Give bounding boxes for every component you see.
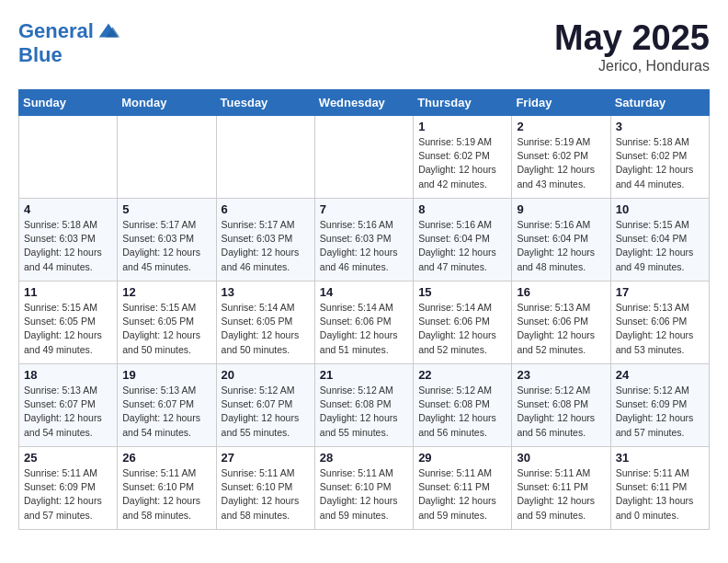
calendar-cell: 24Sunrise: 5:12 AM Sunset: 6:09 PM Dayli… (610, 364, 709, 447)
weekday-header-friday: Friday (512, 90, 610, 116)
day-info: Sunrise: 5:19 AM Sunset: 6:02 PM Dayligh… (418, 135, 506, 191)
calendar-cell: 18Sunrise: 5:13 AM Sunset: 6:07 PM Dayli… (19, 364, 118, 447)
day-number: 28 (320, 451, 408, 465)
day-number: 10 (616, 202, 704, 216)
calendar-cell: 23Sunrise: 5:12 AM Sunset: 6:08 PM Dayli… (512, 364, 610, 447)
weekday-header-wednesday: Wednesday (314, 90, 413, 116)
day-info: Sunrise: 5:14 AM Sunset: 6:05 PM Dayligh… (222, 301, 310, 357)
day-info: Sunrise: 5:13 AM Sunset: 6:06 PM Dayligh… (517, 301, 605, 357)
day-info: Sunrise: 5:14 AM Sunset: 6:06 PM Dayligh… (418, 301, 506, 357)
calendar-cell: 22Sunrise: 5:12 AM Sunset: 6:08 PM Dayli… (414, 364, 512, 447)
day-number: 2 (517, 120, 605, 133)
day-number: 21 (320, 368, 408, 382)
day-number: 30 (517, 451, 605, 465)
calendar-cell: 30Sunrise: 5:11 AM Sunset: 6:11 PM Dayli… (512, 447, 610, 530)
calendar-cell: 16Sunrise: 5:13 AM Sunset: 6:06 PM Dayli… (512, 282, 610, 364)
day-info: Sunrise: 5:11 AM Sunset: 6:11 PM Dayligh… (517, 466, 605, 523)
logo: General Blue (18, 18, 121, 66)
day-number: 17 (616, 285, 704, 299)
day-info: Sunrise: 5:12 AM Sunset: 6:08 PM Dayligh… (418, 384, 506, 440)
calendar-cell: 1Sunrise: 5:19 AM Sunset: 6:02 PM Daylig… (414, 116, 512, 199)
day-info: Sunrise: 5:11 AM Sunset: 6:11 PM Dayligh… (616, 466, 704, 523)
day-number: 1 (418, 120, 506, 133)
calendar-cell: 3Sunrise: 5:18 AM Sunset: 6:02 PM Daylig… (610, 116, 709, 199)
calendar-cell: 25Sunrise: 5:11 AM Sunset: 6:09 PM Dayli… (19, 447, 118, 530)
day-info: Sunrise: 5:11 AM Sunset: 6:09 PM Dayligh… (24, 466, 112, 523)
day-info: Sunrise: 5:16 AM Sunset: 6:03 PM Dayligh… (320, 218, 408, 274)
day-info: Sunrise: 5:11 AM Sunset: 6:10 PM Dayligh… (320, 466, 408, 523)
main-title: May 2025 (554, 18, 710, 58)
day-info: Sunrise: 5:12 AM Sunset: 6:09 PM Dayligh… (616, 384, 704, 440)
calendar-cell: 27Sunrise: 5:11 AM Sunset: 6:10 PM Dayli… (216, 447, 314, 530)
weekday-header-saturday: Saturday (610, 90, 709, 116)
day-info: Sunrise: 5:13 AM Sunset: 6:06 PM Dayligh… (616, 301, 704, 357)
day-number: 16 (517, 285, 605, 299)
day-info: Sunrise: 5:14 AM Sunset: 6:06 PM Dayligh… (320, 301, 408, 357)
calendar-week-2: 4Sunrise: 5:18 AM Sunset: 6:03 PM Daylig… (19, 199, 710, 282)
calendar-cell: 31Sunrise: 5:11 AM Sunset: 6:11 PM Dayli… (610, 447, 709, 530)
title-block: May 2025 Jerico, Honduras (554, 18, 710, 75)
logo-icon (96, 18, 121, 44)
day-number: 5 (122, 202, 210, 216)
weekday-header-monday: Monday (118, 90, 216, 116)
day-number: 18 (24, 368, 112, 382)
day-number: 7 (320, 202, 408, 216)
calendar-cell: 20Sunrise: 5:12 AM Sunset: 6:07 PM Dayli… (216, 364, 314, 447)
day-info: Sunrise: 5:15 AM Sunset: 6:04 PM Dayligh… (616, 218, 704, 274)
day-info: Sunrise: 5:18 AM Sunset: 6:03 PM Dayligh… (24, 218, 112, 274)
calendar-cell: 21Sunrise: 5:12 AM Sunset: 6:08 PM Dayli… (314, 364, 413, 447)
calendar-cell: 11Sunrise: 5:15 AM Sunset: 6:05 PM Dayli… (19, 282, 118, 364)
day-number: 4 (24, 202, 112, 216)
calendar-cell: 8Sunrise: 5:16 AM Sunset: 6:04 PM Daylig… (414, 199, 512, 282)
calendar-cell: 28Sunrise: 5:11 AM Sunset: 6:10 PM Dayli… (314, 447, 413, 530)
calendar-cell: 14Sunrise: 5:14 AM Sunset: 6:06 PM Dayli… (314, 282, 413, 364)
calendar-cell (314, 116, 413, 199)
subtitle: Jerico, Honduras (554, 58, 710, 75)
calendar-cell (216, 116, 314, 199)
day-number: 14 (320, 285, 408, 299)
day-info: Sunrise: 5:13 AM Sunset: 6:07 PM Dayligh… (122, 384, 210, 440)
day-number: 12 (122, 285, 210, 299)
calendar-week-4: 18Sunrise: 5:13 AM Sunset: 6:07 PM Dayli… (19, 364, 710, 447)
day-number: 29 (418, 451, 506, 465)
calendar-cell: 7Sunrise: 5:16 AM Sunset: 6:03 PM Daylig… (314, 199, 413, 282)
calendar-cell: 12Sunrise: 5:15 AM Sunset: 6:05 PM Dayli… (118, 282, 216, 364)
day-info: Sunrise: 5:11 AM Sunset: 6:10 PM Dayligh… (122, 466, 210, 523)
day-number: 27 (222, 451, 310, 465)
calendar-cell: 4Sunrise: 5:18 AM Sunset: 6:03 PM Daylig… (19, 199, 118, 282)
day-number: 15 (418, 285, 506, 299)
day-number: 20 (222, 368, 310, 382)
day-number: 13 (222, 285, 310, 299)
weekday-header-thursday: Thursday (414, 90, 512, 116)
day-number: 22 (418, 368, 506, 382)
day-number: 9 (517, 202, 605, 216)
day-info: Sunrise: 5:12 AM Sunset: 6:07 PM Dayligh… (222, 384, 310, 440)
calendar-cell: 6Sunrise: 5:17 AM Sunset: 6:03 PM Daylig… (216, 199, 314, 282)
day-number: 19 (122, 368, 210, 382)
day-number: 31 (616, 451, 704, 465)
calendar-cell: 5Sunrise: 5:17 AM Sunset: 6:03 PM Daylig… (118, 199, 216, 282)
calendar-cell (118, 116, 216, 199)
logo-text: General (18, 20, 94, 42)
calendar-cell: 13Sunrise: 5:14 AM Sunset: 6:05 PM Dayli… (216, 282, 314, 364)
day-info: Sunrise: 5:11 AM Sunset: 6:11 PM Dayligh… (418, 466, 506, 523)
day-info: Sunrise: 5:17 AM Sunset: 6:03 PM Dayligh… (122, 218, 210, 274)
day-info: Sunrise: 5:12 AM Sunset: 6:08 PM Dayligh… (320, 384, 408, 440)
calendar-cell: 19Sunrise: 5:13 AM Sunset: 6:07 PM Dayli… (118, 364, 216, 447)
day-info: Sunrise: 5:13 AM Sunset: 6:07 PM Dayligh… (24, 384, 112, 440)
calendar-cell: 9Sunrise: 5:16 AM Sunset: 6:04 PM Daylig… (512, 199, 610, 282)
day-number: 8 (418, 202, 506, 216)
calendar-cell (19, 116, 118, 199)
day-info: Sunrise: 5:16 AM Sunset: 6:04 PM Dayligh… (418, 218, 506, 274)
weekday-header-sunday: Sunday (19, 90, 118, 116)
calendar-cell: 2Sunrise: 5:19 AM Sunset: 6:02 PM Daylig… (512, 116, 610, 199)
calendar-table: SundayMondayTuesdayWednesdayThursdayFrid… (18, 89, 710, 530)
day-info: Sunrise: 5:16 AM Sunset: 6:04 PM Dayligh… (517, 218, 605, 274)
day-info: Sunrise: 5:18 AM Sunset: 6:02 PM Dayligh… (616, 135, 704, 191)
day-info: Sunrise: 5:11 AM Sunset: 6:10 PM Dayligh… (222, 466, 310, 523)
calendar-week-3: 11Sunrise: 5:15 AM Sunset: 6:05 PM Dayli… (19, 282, 710, 364)
day-number: 6 (222, 202, 310, 216)
day-info: Sunrise: 5:19 AM Sunset: 6:02 PM Dayligh… (517, 135, 605, 191)
day-number: 23 (517, 368, 605, 382)
calendar-cell: 10Sunrise: 5:15 AM Sunset: 6:04 PM Dayli… (610, 199, 709, 282)
